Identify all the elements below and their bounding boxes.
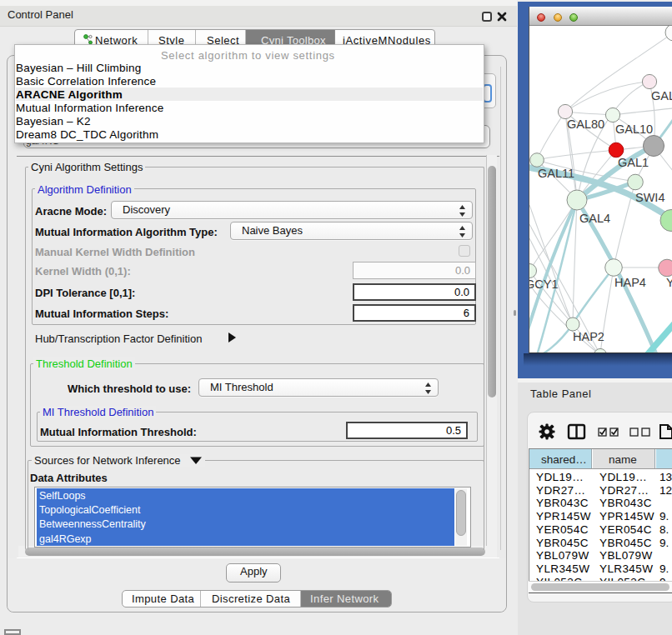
svg-text:GAL10: GAL10 [615,122,653,136]
svg-text:SWI4: SWI4 [635,191,664,204]
svg-text:HAP4: HAP4 [614,276,646,289]
svg-text:GAL7: GAL7 [651,89,672,102]
svg-text:GAL4: GAL4 [579,212,610,225]
svg-text:HAP2: HAP2 [573,330,604,343]
svg-text:Y: Y [666,276,672,289]
svg-text:GAL1: GAL1 [618,156,649,169]
svg-text:GAL11: GAL11 [538,167,574,180]
svg-text:GCY1: GCY1 [529,278,559,291]
svg-text:GAL80: GAL80 [567,118,604,131]
